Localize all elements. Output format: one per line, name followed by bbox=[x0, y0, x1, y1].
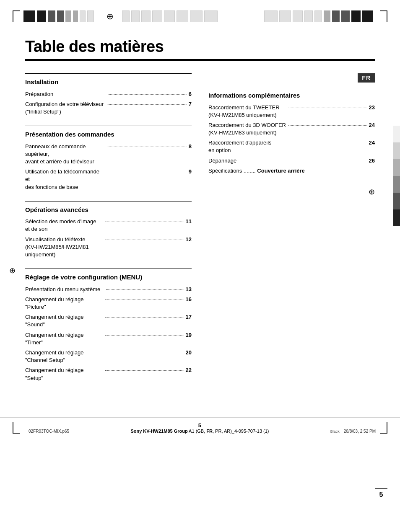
bar-4 bbox=[57, 10, 64, 22]
toc-entry-timer: Changement du réglage"Timer" 19 bbox=[25, 331, 192, 346]
wb-5 bbox=[164, 10, 175, 22]
section-operations: Opérations avancées Sélection des modes … bbox=[25, 201, 192, 258]
rb-10 bbox=[362, 10, 373, 22]
divider-presentation bbox=[25, 126, 192, 126]
toc-text-picture: Changement du réglage"Picture" bbox=[25, 296, 104, 311]
title-underline bbox=[25, 59, 375, 61]
rb-9 bbox=[351, 10, 361, 22]
toc-page-sound: 17 bbox=[186, 313, 192, 321]
wb-4 bbox=[152, 10, 162, 22]
main-content: Table des matières Installation Préparat… bbox=[0, 29, 400, 409]
toc-page-selection: 11 bbox=[186, 218, 192, 225]
toc-text-depannage: Dépannage bbox=[208, 157, 288, 165]
toc-raccordement-row: Raccordement d'appareilsen option 24 bbox=[208, 139, 375, 154]
toc-text-woofer: Raccordement du 3D WOOFER(KV-HW21M83 uni… bbox=[208, 121, 287, 137]
toc-entry-selection: Sélection des modes d'imageet de son 11 bbox=[25, 218, 192, 233]
toc-config-row: Configuration de votre téléviseur("Initi… bbox=[25, 101, 192, 116]
toc-dots-3 bbox=[107, 147, 187, 147]
toc-page-preparation: 6 bbox=[189, 90, 192, 98]
bottom-page-num: 5 bbox=[130, 422, 269, 429]
black-label: Black bbox=[330, 429, 340, 434]
bar-3 bbox=[48, 10, 55, 22]
wb-3 bbox=[141, 10, 151, 22]
toc-dots-2 bbox=[107, 104, 187, 105]
section-title-reglage: Réglage de votre configuration (MENU) bbox=[25, 273, 192, 281]
crosshair-right: ⊕ bbox=[208, 187, 375, 196]
rb-5 bbox=[314, 10, 322, 22]
toc-text-preparation: Préparation bbox=[25, 90, 106, 98]
rb-2 bbox=[279, 10, 291, 22]
toc-text-setup: Changement du réglage"Setup" bbox=[25, 367, 104, 382]
corner-mark-tr bbox=[380, 10, 387, 22]
corner-mark-br bbox=[380, 422, 387, 434]
toc-dots-7 bbox=[106, 289, 184, 290]
toc-setup-row: Changement du réglage"Setup" 22 bbox=[25, 367, 192, 382]
registration-bars-left bbox=[23, 10, 94, 22]
section-installation: Installation Préparation 6 Configuration… bbox=[25, 73, 192, 116]
section-title-informations: Informations complémentaires bbox=[208, 91, 375, 100]
wb-1 bbox=[122, 10, 130, 22]
toc-page-setup: 22 bbox=[186, 367, 192, 374]
toc-dots-15 bbox=[288, 143, 367, 143]
page-number-box: 5 bbox=[375, 488, 387, 498]
toc-page-channel: 20 bbox=[186, 349, 192, 356]
toc-page-config: 7 bbox=[189, 101, 192, 108]
rb-4 bbox=[304, 10, 313, 22]
toc-dots-10 bbox=[105, 335, 184, 336]
toc-dots-11 bbox=[105, 353, 184, 353]
divider-operations bbox=[25, 201, 192, 201]
rb-3 bbox=[293, 10, 303, 22]
toc-page-woofer: 24 bbox=[369, 121, 375, 129]
toc-dots-5 bbox=[105, 222, 184, 222]
toc-dots-8 bbox=[105, 300, 184, 300]
toc-selection-row: Sélection des modes d'imageet de son 11 bbox=[25, 218, 192, 233]
toc-page-raccordement: 24 bbox=[369, 139, 375, 147]
toc-entry-specifications: Spécifications ........ Couverture arriè… bbox=[208, 167, 375, 175]
toc-page-menu: 13 bbox=[186, 286, 192, 293]
toc-text-config: Configuration de votre téléviseur("Initi… bbox=[25, 101, 105, 116]
toc-panneaux-row: Panneaux de commande supérieur,avant et … bbox=[25, 143, 192, 166]
toc-entry-woofer: Raccordement du 3D WOOFER(KV-HW21M83 uni… bbox=[208, 121, 375, 137]
bottom-center: 5 Sony KV-HW21M85 Group A1 (GB, FR, PR, … bbox=[130, 422, 269, 434]
toc-text-tweeter: Raccordement du TWEETER(KV-HW21M85 uniqu… bbox=[208, 104, 287, 119]
bar-1 bbox=[23, 10, 35, 22]
section-title-installation: Installation bbox=[25, 78, 192, 86]
toc-dots-12 bbox=[105, 370, 184, 371]
toc-text-channel: Changement du réglage"Channel Setup" bbox=[25, 349, 104, 364]
toc-tweeter-row: Raccordement du TWEETER(KV-HW21M85 uniqu… bbox=[208, 104, 375, 119]
toc-picture-row: Changement du réglage"Picture" 16 bbox=[25, 296, 192, 311]
bar-2 bbox=[37, 10, 46, 22]
toc-entry-sound: Changement du réglage"Sound" 17 bbox=[25, 313, 192, 328]
toc-page-tweeter: 23 bbox=[369, 104, 375, 111]
section-title-presentation: Présentation des commandes bbox=[25, 130, 192, 139]
top-bar: ⊕ bbox=[0, 0, 400, 29]
strip-5 bbox=[393, 193, 400, 209]
section-informations: Informations complémentaires Raccordemen… bbox=[208, 87, 375, 175]
strip-6 bbox=[393, 209, 400, 226]
bar-7 bbox=[80, 10, 86, 22]
toc-telecommande-row: Utilisation de la télécommande etdes fon… bbox=[25, 168, 192, 191]
bottom-file-info: 02FR03TOC-MIX.p65 bbox=[29, 429, 69, 434]
toc-dots-16 bbox=[289, 161, 367, 161]
toc-text-timer: Changement du réglage"Timer" bbox=[25, 331, 104, 346]
wb-7 bbox=[190, 10, 203, 22]
section-reglage: Réglage de votre configuration (MENU) Pr… bbox=[25, 269, 192, 382]
toc-text-raccordement: Raccordement d'appareilsen option bbox=[208, 139, 287, 154]
strip-2 bbox=[393, 142, 400, 159]
toc-text-visualisation: Visualisation du télétexte(KV-HW21M85/HW… bbox=[25, 236, 104, 259]
section-presentation: Présentation des commandes Panneaux de c… bbox=[25, 126, 192, 191]
rb-8 bbox=[341, 10, 350, 22]
toc-visualisation-row: Visualisation du télétexte(KV-HW21M85/HW… bbox=[25, 236, 192, 259]
toc-timer-row: Changement du réglage"Timer" 19 bbox=[25, 331, 192, 346]
toc-entry-config: Configuration de votre téléviseur("Initi… bbox=[25, 101, 192, 116]
rb-7 bbox=[332, 10, 340, 22]
strip-3 bbox=[393, 159, 400, 176]
toc-woofer-row: Raccordement du 3D WOOFER(KV-HW21M83 uni… bbox=[208, 121, 375, 137]
crosshair-top: ⊕ bbox=[106, 11, 114, 21]
color-strips bbox=[393, 126, 400, 226]
bottom-right: Black 20/8/03, 2:52 PM bbox=[330, 422, 387, 434]
toc-entry-raccordement: Raccordement d'appareilsen option 24 bbox=[208, 139, 375, 154]
corner-mark-bl bbox=[13, 422, 20, 434]
bottom-date: 20/8/03, 2:52 PM bbox=[344, 429, 376, 434]
strip-4 bbox=[393, 176, 400, 193]
